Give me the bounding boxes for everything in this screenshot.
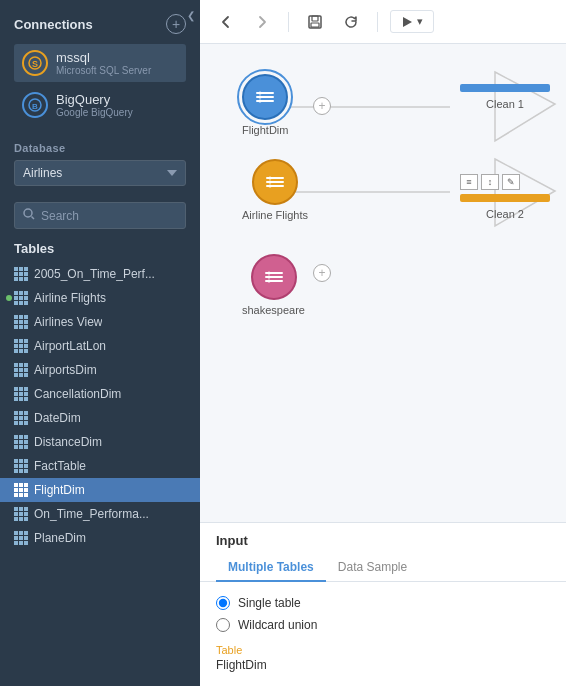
clean2-icon-3: ✎ <box>502 174 520 190</box>
radio-single-table[interactable]: Single table <box>216 596 550 610</box>
table-item-name: Airline Flights <box>34 291 106 305</box>
table-item-name: AirportLatLon <box>34 339 106 353</box>
table-item-name: DistanceDim <box>34 435 102 449</box>
tables-label: Tables <box>0 237 200 260</box>
table-grid-icon <box>14 363 28 377</box>
radio-single-table-input[interactable] <box>216 596 230 610</box>
clean2-icon-row: ≡ ↕ ✎ <box>460 174 520 190</box>
clean-node-2[interactable]: ≡ ↕ ✎ Clean 2 <box>460 174 550 220</box>
bottom-panel: Input Multiple Tables Data Sample Single… <box>200 522 566 686</box>
database-label: Database <box>14 142 186 154</box>
flightdim-circle <box>242 74 288 120</box>
svg-line-5 <box>32 217 35 220</box>
svg-point-14 <box>259 92 262 95</box>
table-item-datedim[interactable]: DateDim <box>0 406 200 430</box>
table-info-value: FlightDim <box>216 658 550 672</box>
svg-point-21 <box>267 276 270 279</box>
connections-header: Connections + <box>14 14 186 34</box>
table-item-cancellationdim[interactable]: CancellationDim <box>0 382 200 406</box>
svg-point-17 <box>269 177 272 180</box>
connection-item-mssql[interactable]: S mssql Microsoft SQL Server <box>14 44 186 82</box>
table-item-airlinesview[interactable]: Airlines View <box>0 310 200 334</box>
svg-text:B: B <box>32 102 38 111</box>
forward-button[interactable] <box>248 8 276 36</box>
sidebar: ❮ Connections + S mssql Microsoft SQL Se… <box>0 0 200 686</box>
table-item-name: FactTable <box>34 459 86 473</box>
table-item-name: AirportsDim <box>34 363 97 377</box>
flow-node-airlineflights[interactable]: Airline Flights <box>242 159 308 221</box>
table-item-name: DateDim <box>34 411 81 425</box>
right-panel: ▾ FlightDim + Airline Fl <box>200 0 566 686</box>
table-item-name: PlaneDim <box>34 531 86 545</box>
tab-data-sample[interactable]: Data Sample <box>326 554 419 582</box>
radio-wildcard-union-input[interactable] <box>216 618 230 632</box>
svg-marker-9 <box>403 17 412 27</box>
sidebar-collapse-button[interactable]: ❮ <box>182 0 200 30</box>
flow-node-flightdim[interactable]: FlightDim <box>242 74 288 136</box>
table-item-facttable[interactable]: FactTable <box>0 454 200 478</box>
connection-name-bigquery: BigQuery <box>56 92 133 107</box>
table-item-name: On_Time_Performa... <box>34 507 149 521</box>
svg-rect-8 <box>311 23 319 27</box>
airlineflights-circle <box>252 159 298 205</box>
table-item-airportsdim[interactable]: AirportsDim <box>0 358 200 382</box>
connection-icon-bigquery: B <box>22 92 48 118</box>
back-button[interactable] <box>212 8 240 36</box>
save-button[interactable] <box>301 8 329 36</box>
table-grid-icon <box>14 411 28 425</box>
table-item-name: 2005_On_Time_Perf... <box>34 267 155 281</box>
clean1-bar <box>460 84 550 92</box>
tab-multiple-tables[interactable]: Multiple Tables <box>216 554 326 582</box>
connection-type-mssql: Microsoft SQL Server <box>56 65 151 76</box>
clean1-label: Clean 1 <box>486 98 524 110</box>
table-grid-icon <box>14 267 28 281</box>
database-select[interactable]: Airlines <box>14 160 186 186</box>
table-item-name: Airlines View <box>34 315 102 329</box>
table-item-airlineflights[interactable]: Airline Flights <box>0 286 200 310</box>
svg-point-15 <box>259 96 262 99</box>
shakespeare-circle <box>251 254 297 300</box>
bottom-panel-title: Input <box>200 523 566 554</box>
toolbar-divider <box>288 12 289 32</box>
svg-point-18 <box>269 181 272 184</box>
svg-point-19 <box>269 185 272 188</box>
connection-icon-mssql: S <box>22 50 48 76</box>
svg-point-16 <box>259 100 262 103</box>
connection-item-bigquery[interactable]: B BigQuery Google BigQuery <box>14 86 186 124</box>
clean2-bar <box>460 194 550 202</box>
table-grid-icon <box>14 507 28 521</box>
table-item-distancedim[interactable]: DistanceDim <box>0 430 200 454</box>
airlineflights-label: Airline Flights <box>242 209 308 221</box>
radio-wildcard-union[interactable]: Wildcard union <box>216 618 550 632</box>
table-grid-icon <box>14 531 28 545</box>
add-flightdim-button[interactable]: + <box>313 97 331 115</box>
table-item-name: CancellationDim <box>34 387 121 401</box>
table-grid-icon <box>14 459 28 473</box>
refresh-button[interactable] <box>337 8 365 36</box>
table-grid-icon <box>14 291 28 305</box>
dot-indicator <box>6 295 12 301</box>
table-info: Table FlightDim <box>216 644 550 672</box>
clean2-icon-2: ↕ <box>481 174 499 190</box>
toolbar: ▾ <box>200 0 566 44</box>
search-input[interactable] <box>41 209 177 223</box>
database-section: Database Airlines <box>0 134 200 194</box>
connection-type-bigquery: Google BigQuery <box>56 107 133 118</box>
tables-list: 2005_On_Time_Perf... Airline Flights Air… <box>0 260 200 686</box>
flightdim-label: FlightDim <box>242 124 288 136</box>
flow-node-shakespeare[interactable]: shakespeare <box>242 254 305 316</box>
radio-single-table-label: Single table <box>238 596 301 610</box>
table-item-ontimeperforma[interactable]: On_Time_Performa... <box>0 502 200 526</box>
table-item-2005ontime[interactable]: 2005_On_Time_Perf... <box>0 262 200 286</box>
clean-node-1[interactable]: Clean 1 <box>460 84 550 110</box>
table-item-flightdim[interactable]: FlightDim <box>0 478 200 502</box>
table-info-label: Table <box>216 644 550 656</box>
run-button[interactable]: ▾ <box>390 10 434 33</box>
table-item-airportlatlon[interactable]: AirportLatLon <box>0 334 200 358</box>
table-item-planedim[interactable]: PlaneDim <box>0 526 200 550</box>
shakespeare-label: shakespeare <box>242 304 305 316</box>
table-grid-icon <box>14 435 28 449</box>
svg-point-20 <box>267 272 270 275</box>
search-box <box>14 202 186 229</box>
add-shakespeare-button[interactable]: + <box>313 264 331 282</box>
